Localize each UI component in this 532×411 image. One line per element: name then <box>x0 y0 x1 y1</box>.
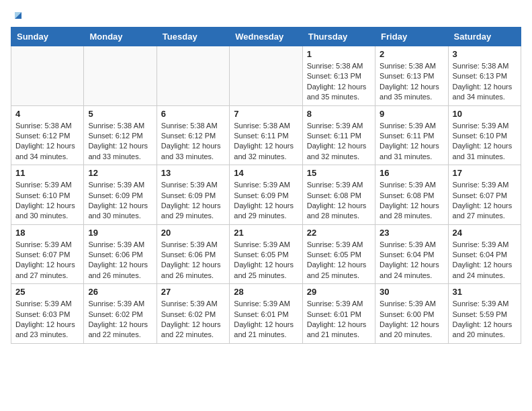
day-info: Sunrise: 5:39 AMSunset: 6:00 PMDaylight:… <box>380 299 443 340</box>
day-info: Sunrise: 5:39 AMSunset: 6:01 PMDaylight:… <box>234 299 298 340</box>
day-info: Sunrise: 5:39 AMSunset: 6:05 PMDaylight:… <box>307 240 371 281</box>
calendar-cell: 2Sunrise: 5:38 AMSunset: 6:13 PMDaylight… <box>375 46 448 106</box>
calendar-cell: 26Sunrise: 5:39 AMSunset: 6:02 PMDayligh… <box>84 284 157 344</box>
day-number: 27 <box>161 287 225 297</box>
weekday-header-wednesday: Wednesday <box>230 28 302 46</box>
day-info: Sunrise: 5:39 AMSunset: 6:08 PMDaylight:… <box>380 180 443 222</box>
day-number: 29 <box>307 287 371 297</box>
day-info: Sunrise: 5:39 AMSunset: 6:04 PMDaylight:… <box>380 240 443 281</box>
day-info: Sunrise: 5:38 AMSunset: 6:13 PMDaylight:… <box>380 61 443 103</box>
header <box>11 11 521 21</box>
calendar-cell: 1Sunrise: 5:38 AMSunset: 6:13 PMDaylight… <box>302 46 375 106</box>
day-info: Sunrise: 5:39 AMSunset: 6:06 PMDaylight:… <box>161 240 225 281</box>
day-number: 21 <box>234 228 298 238</box>
calendar-cell <box>230 46 302 106</box>
day-number: 15 <box>307 168 371 178</box>
weekday-header-thursday: Thursday <box>302 28 375 46</box>
calendar-week-4: 18Sunrise: 5:39 AMSunset: 6:07 PMDayligh… <box>11 224 521 284</box>
weekday-header-monday: Monday <box>84 28 157 46</box>
day-info: Sunrise: 5:38 AMSunset: 6:13 PMDaylight:… <box>453 61 517 103</box>
day-number: 22 <box>307 228 371 238</box>
calendar-cell: 30Sunrise: 5:39 AMSunset: 6:00 PMDayligh… <box>375 284 448 344</box>
calendar-cell: 29Sunrise: 5:39 AMSunset: 6:01 PMDayligh… <box>302 284 375 344</box>
weekday-header-saturday: Saturday <box>448 28 521 46</box>
day-number: 4 <box>15 109 79 119</box>
calendar-cell: 10Sunrise: 5:39 AMSunset: 6:10 PMDayligh… <box>448 105 521 165</box>
day-number: 12 <box>88 168 152 178</box>
day-info: Sunrise: 5:39 AMSunset: 6:08 PMDaylight:… <box>307 180 371 222</box>
day-number: 8 <box>307 109 371 119</box>
calendar-cell: 7Sunrise: 5:38 AMSunset: 6:11 PMDaylight… <box>230 105 302 165</box>
day-number: 26 <box>88 287 152 297</box>
day-info: Sunrise: 5:38 AMSunset: 6:12 PMDaylight:… <box>15 121 79 163</box>
day-number: 3 <box>453 49 517 59</box>
day-number: 5 <box>88 109 152 119</box>
day-number: 1 <box>307 49 371 59</box>
calendar-cell: 3Sunrise: 5:38 AMSunset: 6:13 PMDaylight… <box>448 46 521 106</box>
calendar-cell: 15Sunrise: 5:39 AMSunset: 6:08 PMDayligh… <box>302 165 375 225</box>
calendar-cell: 23Sunrise: 5:39 AMSunset: 6:04 PMDayligh… <box>375 224 448 284</box>
day-info: Sunrise: 5:39 AMSunset: 6:10 PMDaylight:… <box>15 180 79 222</box>
day-info: Sunrise: 5:39 AMSunset: 6:01 PMDaylight:… <box>307 299 371 340</box>
calendar-cell <box>11 46 84 106</box>
calendar-cell: 12Sunrise: 5:39 AMSunset: 6:09 PMDayligh… <box>84 165 157 225</box>
calendar-cell: 31Sunrise: 5:39 AMSunset: 5:59 PMDayligh… <box>448 284 521 344</box>
calendar-cell: 19Sunrise: 5:39 AMSunset: 6:06 PMDayligh… <box>84 224 157 284</box>
calendar-cell: 13Sunrise: 5:39 AMSunset: 6:09 PMDayligh… <box>157 165 229 225</box>
calendar-header-row: SundayMondayTuesdayWednesdayThursdayFrid… <box>11 28 521 46</box>
logo <box>11 11 24 21</box>
day-info: Sunrise: 5:39 AMSunset: 6:10 PMDaylight:… <box>453 121 517 163</box>
day-info: Sunrise: 5:39 AMSunset: 6:09 PMDaylight:… <box>88 180 152 222</box>
calendar-cell: 25Sunrise: 5:39 AMSunset: 6:03 PMDayligh… <box>11 284 84 344</box>
day-info: Sunrise: 5:38 AMSunset: 6:11 PMDaylight:… <box>234 121 298 163</box>
calendar-week-3: 11Sunrise: 5:39 AMSunset: 6:10 PMDayligh… <box>11 165 521 225</box>
day-info: Sunrise: 5:39 AMSunset: 6:11 PMDaylight:… <box>307 121 371 163</box>
day-number: 7 <box>234 109 298 119</box>
day-info: Sunrise: 5:39 AMSunset: 5:59 PMDaylight:… <box>453 299 517 340</box>
day-number: 11 <box>15 168 79 178</box>
weekday-header-friday: Friday <box>375 28 448 46</box>
day-number: 14 <box>234 168 298 178</box>
calendar: SundayMondayTuesdayWednesdayThursdayFrid… <box>11 27 521 344</box>
logo-triangle-icon <box>12 9 24 21</box>
calendar-cell: 8Sunrise: 5:39 AMSunset: 6:11 PMDaylight… <box>302 105 375 165</box>
day-number: 16 <box>380 168 443 178</box>
day-number: 24 <box>453 228 517 238</box>
day-number: 19 <box>88 228 152 238</box>
day-info: Sunrise: 5:39 AMSunset: 6:07 PMDaylight:… <box>15 240 79 281</box>
calendar-cell: 4Sunrise: 5:38 AMSunset: 6:12 PMDaylight… <box>11 105 84 165</box>
day-info: Sunrise: 5:38 AMSunset: 6:13 PMDaylight:… <box>307 61 371 103</box>
day-number: 28 <box>234 287 298 297</box>
calendar-cell: 22Sunrise: 5:39 AMSunset: 6:05 PMDayligh… <box>302 224 375 284</box>
day-info: Sunrise: 5:39 AMSunset: 6:06 PMDaylight:… <box>88 240 152 281</box>
calendar-cell: 16Sunrise: 5:39 AMSunset: 6:08 PMDayligh… <box>375 165 448 225</box>
weekday-header-tuesday: Tuesday <box>157 28 229 46</box>
day-number: 18 <box>15 228 79 238</box>
calendar-cell: 18Sunrise: 5:39 AMSunset: 6:07 PMDayligh… <box>11 224 84 284</box>
day-number: 6 <box>161 109 225 119</box>
calendar-week-1: 1Sunrise: 5:38 AMSunset: 6:13 PMDaylight… <box>11 46 521 106</box>
day-number: 23 <box>380 228 443 238</box>
day-info: Sunrise: 5:39 AMSunset: 6:03 PMDaylight:… <box>15 299 79 340</box>
day-number: 30 <box>380 287 443 297</box>
day-info: Sunrise: 5:39 AMSunset: 6:05 PMDaylight:… <box>234 240 298 281</box>
calendar-week-2: 4Sunrise: 5:38 AMSunset: 6:12 PMDaylight… <box>11 105 521 165</box>
day-number: 31 <box>453 287 517 297</box>
day-info: Sunrise: 5:39 AMSunset: 6:04 PMDaylight:… <box>453 240 517 281</box>
day-number: 13 <box>161 168 225 178</box>
day-info: Sunrise: 5:38 AMSunset: 6:12 PMDaylight:… <box>161 121 225 163</box>
calendar-cell <box>84 46 157 106</box>
calendar-cell: 11Sunrise: 5:39 AMSunset: 6:10 PMDayligh… <box>11 165 84 225</box>
day-number: 17 <box>453 168 517 178</box>
calendar-cell: 20Sunrise: 5:39 AMSunset: 6:06 PMDayligh… <box>157 224 229 284</box>
calendar-cell: 21Sunrise: 5:39 AMSunset: 6:05 PMDayligh… <box>230 224 302 284</box>
calendar-cell: 28Sunrise: 5:39 AMSunset: 6:01 PMDayligh… <box>230 284 302 344</box>
day-number: 9 <box>380 109 443 119</box>
calendar-cell: 17Sunrise: 5:39 AMSunset: 6:07 PMDayligh… <box>448 165 521 225</box>
day-number: 10 <box>453 109 517 119</box>
day-info: Sunrise: 5:39 AMSunset: 6:02 PMDaylight:… <box>161 299 225 340</box>
calendar-cell: 5Sunrise: 5:38 AMSunset: 6:12 PMDaylight… <box>84 105 157 165</box>
calendar-week-5: 25Sunrise: 5:39 AMSunset: 6:03 PMDayligh… <box>11 284 521 344</box>
day-number: 25 <box>15 287 79 297</box>
day-info: Sunrise: 5:39 AMSunset: 6:09 PMDaylight:… <box>161 180 225 222</box>
